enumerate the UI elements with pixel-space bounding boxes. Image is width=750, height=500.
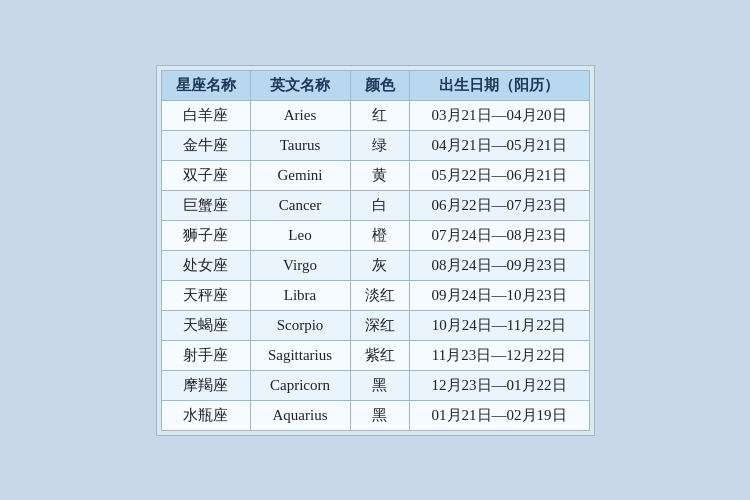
- cell-color: 黑: [350, 400, 409, 430]
- cell-chinese-name: 白羊座: [161, 100, 250, 130]
- cell-color: 紫红: [350, 340, 409, 370]
- table-row: 天秤座Libra淡红09月24日—10月23日: [161, 280, 589, 310]
- table-row: 摩羯座Capricorn黑12月23日—01月22日: [161, 370, 589, 400]
- cell-dates: 07月24日—08月23日: [409, 220, 589, 250]
- cell-chinese-name: 射手座: [161, 340, 250, 370]
- cell-color: 红: [350, 100, 409, 130]
- cell-dates: 12月23日—01月22日: [409, 370, 589, 400]
- table-row: 狮子座Leo橙07月24日—08月23日: [161, 220, 589, 250]
- cell-dates: 11月23日—12月22日: [409, 340, 589, 370]
- cell-color: 黑: [350, 370, 409, 400]
- header-english-name: 英文名称: [250, 70, 350, 100]
- cell-chinese-name: 双子座: [161, 160, 250, 190]
- cell-english-name: Libra: [250, 280, 350, 310]
- cell-chinese-name: 处女座: [161, 250, 250, 280]
- cell-dates: 06月22日—07月23日: [409, 190, 589, 220]
- table-row: 金牛座Taurus绿04月21日—05月21日: [161, 130, 589, 160]
- cell-dates: 04月21日—05月21日: [409, 130, 589, 160]
- cell-dates: 08月24日—09月23日: [409, 250, 589, 280]
- zodiac-table: 星座名称 英文名称 颜色 出生日期（阳历） 白羊座Aries红03月21日—04…: [161, 70, 590, 431]
- cell-english-name: Virgo: [250, 250, 350, 280]
- table-row: 水瓶座Aquarius黑01月21日—02月19日: [161, 400, 589, 430]
- zodiac-table-container: 星座名称 英文名称 颜色 出生日期（阳历） 白羊座Aries红03月21日—04…: [156, 65, 595, 436]
- table-row: 巨蟹座Cancer白06月22日—07月23日: [161, 190, 589, 220]
- cell-dates: 03月21日—04月20日: [409, 100, 589, 130]
- header-dates: 出生日期（阳历）: [409, 70, 589, 100]
- cell-chinese-name: 天秤座: [161, 280, 250, 310]
- cell-chinese-name: 金牛座: [161, 130, 250, 160]
- table-row: 白羊座Aries红03月21日—04月20日: [161, 100, 589, 130]
- cell-english-name: Aries: [250, 100, 350, 130]
- cell-english-name: Gemini: [250, 160, 350, 190]
- cell-english-name: Sagittarius: [250, 340, 350, 370]
- cell-english-name: Leo: [250, 220, 350, 250]
- cell-dates: 09月24日—10月23日: [409, 280, 589, 310]
- table-row: 双子座Gemini黄05月22日—06月21日: [161, 160, 589, 190]
- cell-color: 黄: [350, 160, 409, 190]
- cell-dates: 01月21日—02月19日: [409, 400, 589, 430]
- header-chinese-name: 星座名称: [161, 70, 250, 100]
- cell-english-name: Aquarius: [250, 400, 350, 430]
- cell-color: 灰: [350, 250, 409, 280]
- cell-chinese-name: 天蝎座: [161, 310, 250, 340]
- table-header-row: 星座名称 英文名称 颜色 出生日期（阳历）: [161, 70, 589, 100]
- cell-color: 橙: [350, 220, 409, 250]
- cell-chinese-name: 摩羯座: [161, 370, 250, 400]
- cell-chinese-name: 水瓶座: [161, 400, 250, 430]
- table-row: 处女座Virgo灰08月24日—09月23日: [161, 250, 589, 280]
- cell-dates: 05月22日—06月21日: [409, 160, 589, 190]
- cell-dates: 10月24日—11月22日: [409, 310, 589, 340]
- cell-english-name: Scorpio: [250, 310, 350, 340]
- cell-chinese-name: 巨蟹座: [161, 190, 250, 220]
- cell-english-name: Cancer: [250, 190, 350, 220]
- table-row: 天蝎座Scorpio深红10月24日—11月22日: [161, 310, 589, 340]
- cell-color: 深红: [350, 310, 409, 340]
- table-row: 射手座Sagittarius紫红11月23日—12月22日: [161, 340, 589, 370]
- cell-color: 白: [350, 190, 409, 220]
- cell-color: 绿: [350, 130, 409, 160]
- cell-chinese-name: 狮子座: [161, 220, 250, 250]
- cell-english-name: Taurus: [250, 130, 350, 160]
- cell-english-name: Capricorn: [250, 370, 350, 400]
- header-color: 颜色: [350, 70, 409, 100]
- cell-color: 淡红: [350, 280, 409, 310]
